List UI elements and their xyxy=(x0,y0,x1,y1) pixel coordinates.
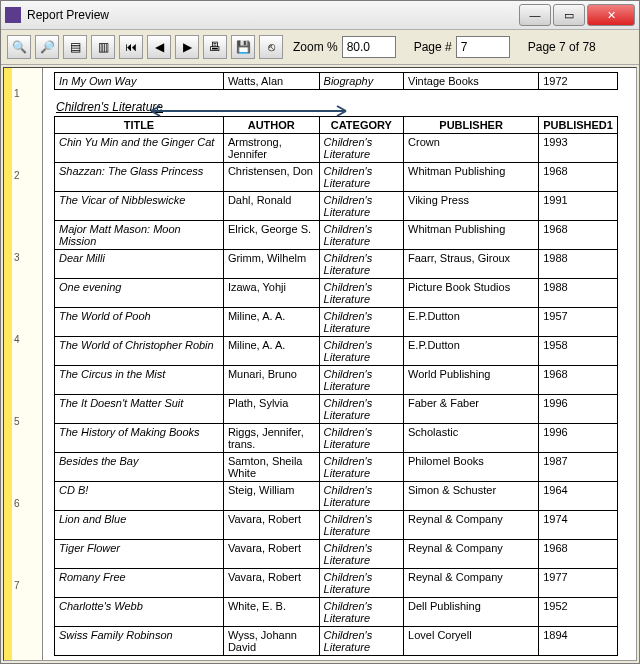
cell-category: Children's Literature xyxy=(319,598,403,627)
annotation-arrow xyxy=(146,102,356,120)
cell-publisher: Lovel Coryell xyxy=(404,627,539,656)
cell-category: Biography xyxy=(319,73,403,90)
cell-publisher: World Publishing xyxy=(404,366,539,395)
cell-published: 1996 xyxy=(539,395,618,424)
cell-publisher: Crown xyxy=(404,134,539,163)
table-row: One eveningIzawa, YohjiChildren's Litera… xyxy=(55,279,618,308)
report-preview-window: Report Preview — ▭ ✕ 🔍 🔎 ▤ ▥ ⏮ ◀ ▶ 🖶 💾 ⎋… xyxy=(0,0,640,664)
cell-published: 1991 xyxy=(539,192,618,221)
fit-width-button[interactable]: ▥ xyxy=(91,35,115,59)
save-button[interactable]: 💾 xyxy=(231,35,255,59)
cell-author: White, E. B. xyxy=(223,598,319,627)
preview-viewport[interactable]: 1234567 In My Own WayWatts, AlanBiograph… xyxy=(3,67,637,661)
table-row: The World of Christopher RobinMiline, A.… xyxy=(55,337,618,366)
page-input[interactable] xyxy=(456,36,510,58)
cell-title: In My Own Way xyxy=(55,73,224,90)
print-button[interactable]: 🖶 xyxy=(203,35,227,59)
cell-category: Children's Literature xyxy=(319,337,403,366)
cell-title: The World of Christopher Robin xyxy=(55,337,224,366)
cell-author: Izawa, Yohji xyxy=(223,279,319,308)
print-icon: 🖶 xyxy=(209,40,221,54)
cell-author: Elrick, George S. xyxy=(223,221,319,250)
prev-page-icon: ◀ xyxy=(155,40,164,54)
cell-author: Vavara, Robert xyxy=(223,569,319,598)
cell-category: Children's Literature xyxy=(319,279,403,308)
vertical-ruler: 1234567 xyxy=(4,68,43,660)
table-row: The Circus in the MistMunari, BrunoChild… xyxy=(55,366,618,395)
page-of-label: Page 7 of 78 xyxy=(528,40,596,54)
cell-title: Swiss Family Robinson xyxy=(55,627,224,656)
cell-published: 1993 xyxy=(539,134,618,163)
top-fragment-table: In My Own WayWatts, AlanBiographyVintage… xyxy=(54,72,618,90)
report-page: In My Own WayWatts, AlanBiographyVintage… xyxy=(46,68,626,661)
cell-category: Children's Literature xyxy=(319,366,403,395)
cell-publisher: E.P.Dutton xyxy=(404,308,539,337)
exit-button[interactable]: ⎋ xyxy=(259,35,283,59)
ruler-tick: 3 xyxy=(14,252,20,263)
zoom-in-button[interactable]: 🔍 xyxy=(7,35,31,59)
cell-publisher: Philomel Books xyxy=(404,453,539,482)
cell-title: The Circus in the Mist xyxy=(55,366,224,395)
cell-title: Shazzan: The Glass Princess xyxy=(55,163,224,192)
cell-title: Romany Free xyxy=(55,569,224,598)
table-row: Dear MilliGrimm, WilhelmChildren's Liter… xyxy=(55,250,618,279)
cell-title: The History of Making Books xyxy=(55,424,224,453)
cell-author: Plath, Sylvia xyxy=(223,395,319,424)
table-row: Shazzan: The Glass PrincessChristensen, … xyxy=(55,163,618,192)
section-table: TITLEAUTHORCATEGORYPUBLISHERPUBLISHED1Ch… xyxy=(54,116,618,656)
cell-author: Munari, Bruno xyxy=(223,366,319,395)
first-page-button[interactable]: ⏮ xyxy=(119,35,143,59)
table-row: The History of Making BooksRiggs, Jennif… xyxy=(55,424,618,453)
cell-published: 1996 xyxy=(539,424,618,453)
cell-title: Major Matt Mason: Moon Mission xyxy=(55,221,224,250)
cell-author: Samton, Sheila White xyxy=(223,453,319,482)
close-button[interactable]: ✕ xyxy=(587,4,635,26)
prev-page-button[interactable]: ◀ xyxy=(147,35,171,59)
ruler-tick: 5 xyxy=(14,416,20,427)
cell-category: Children's Literature xyxy=(319,569,403,598)
next-page-button[interactable]: ▶ xyxy=(175,35,199,59)
cell-author: Vavara, Robert xyxy=(223,540,319,569)
maximize-button[interactable]: ▭ xyxy=(553,4,585,26)
zoom-out-button[interactable]: 🔎 xyxy=(35,35,59,59)
minimize-button[interactable]: — xyxy=(519,4,551,26)
cell-publisher: Reynal & Company xyxy=(404,511,539,540)
col-header-publisher: PUBLISHER xyxy=(404,117,539,134)
cell-author: Dahl, Ronald xyxy=(223,192,319,221)
cell-title: Lion and Blue xyxy=(55,511,224,540)
cell-published: 1968 xyxy=(539,163,618,192)
cell-publisher: Reynal & Company xyxy=(404,569,539,598)
cell-category: Children's Literature xyxy=(319,221,403,250)
cell-title: The World of Pooh xyxy=(55,308,224,337)
ruler-tick: 7 xyxy=(14,580,20,591)
table-row: The It Doesn't Matter SuitPlath, SylviaC… xyxy=(55,395,618,424)
titlebar: Report Preview — ▭ ✕ xyxy=(1,1,639,30)
ruler-tick: 6 xyxy=(14,498,20,509)
cell-published: 1968 xyxy=(539,221,618,250)
col-header-published: PUBLISHED1 xyxy=(539,117,618,134)
cell-publisher: E.P.Dutton xyxy=(404,337,539,366)
cell-publisher: Simon & Schuster xyxy=(404,482,539,511)
table-row: Charlotte's WebbWhite, E. B.Children's L… xyxy=(55,598,618,627)
window-buttons: — ▭ ✕ xyxy=(519,4,635,26)
cell-publisher: Reynal & Company xyxy=(404,540,539,569)
zoom-input[interactable] xyxy=(342,36,396,58)
cell-category: Children's Literature xyxy=(319,192,403,221)
cell-title: Chin Yu Min and the Ginger Cat xyxy=(55,134,224,163)
cell-category: Children's Literature xyxy=(319,482,403,511)
cell-publisher: Whitman Publishing xyxy=(404,221,539,250)
cell-published: 1974 xyxy=(539,511,618,540)
cell-published: 1952 xyxy=(539,598,618,627)
cell-category: Children's Literature xyxy=(319,540,403,569)
app-icon xyxy=(5,7,21,23)
cell-title: The It Doesn't Matter Suit xyxy=(55,395,224,424)
table-row: Tiger FlowerVavara, RobertChildren's Lit… xyxy=(55,540,618,569)
cell-category: Children's Literature xyxy=(319,453,403,482)
cell-publisher: Dell Publishing xyxy=(404,598,539,627)
window-title: Report Preview xyxy=(27,8,519,22)
page-label: Page # xyxy=(414,40,452,54)
table-row: Lion and BlueVavara, RobertChildren's Li… xyxy=(55,511,618,540)
cell-published: 1977 xyxy=(539,569,618,598)
fit-page-button[interactable]: ▤ xyxy=(63,35,87,59)
next-page-icon: ▶ xyxy=(183,40,192,54)
